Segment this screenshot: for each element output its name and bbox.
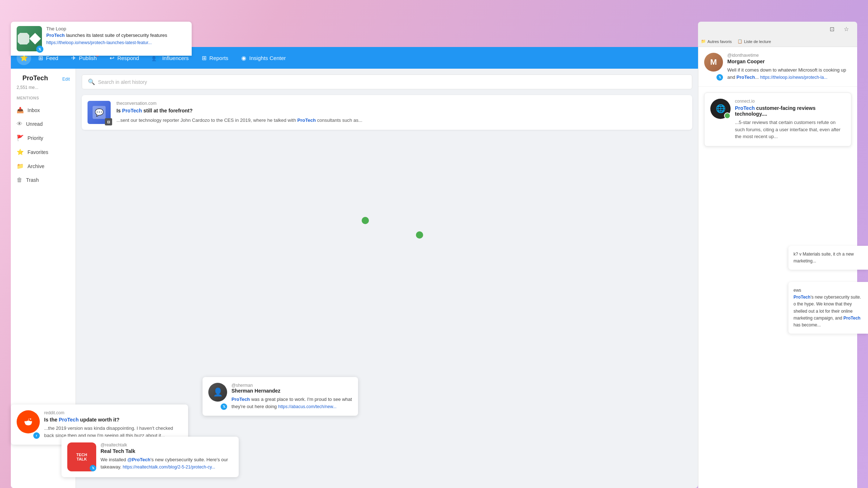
- trash-icon: 🗑: [17, 177, 22, 183]
- star-icon: ⭐: [17, 149, 24, 155]
- connect-excerpt: ...5-star reviews that certain customers…: [735, 119, 845, 140]
- news-title: ProTech launches its latest suite of cyb…: [46, 32, 186, 39]
- partial-card-2-text: ewsProTech's new cybersecurity suite.o t…: [793, 288, 861, 328]
- sherman-card: 👤 𝕏 @sherman Sherman Hernandez ProTech w…: [203, 377, 358, 416]
- tech-talk-content: @realtechtalk Real Tech Talk We installe…: [101, 442, 233, 471]
- search-placeholder: Search in alert history: [98, 79, 147, 85]
- flag-icon: 🚩: [17, 134, 24, 141]
- partial-card-1: k? v Materials suite, it ch a new market…: [788, 246, 868, 270]
- reddit-logo: [17, 410, 40, 433]
- nav-insights[interactable]: ◉ Insights Center: [235, 51, 292, 65]
- bookmark-label-2: Liste de lecture: [744, 39, 771, 44]
- article-content: theconversation.com Is ProTech still at …: [116, 101, 686, 124]
- sidebar-label-trash: Trash: [26, 177, 39, 183]
- top-news-card: 𝕏 The Loop ProTech launches its latest s…: [11, 22, 192, 56]
- sherman-name: Sherman Hernandez: [231, 388, 352, 394]
- news-source: The Loop: [46, 26, 186, 31]
- connect-title: ProTech customer-facing reviews technolo…: [735, 105, 845, 117]
- sidebar-item-unread[interactable]: 👁 Unread: [11, 117, 76, 131]
- morgan-avatar-wrapper: M 𝕏: [704, 53, 723, 81]
- article-source: theconversation.com: [116, 101, 686, 106]
- nav-insights-label: Insights Center: [249, 55, 286, 61]
- green-dot-2: [416, 231, 423, 239]
- news-title-text: launches its latest suite of cybersecuri…: [66, 33, 167, 38]
- reddit-content: reddit.com Is the ProTech update worth i…: [44, 410, 182, 439]
- connect-source: connect.io: [735, 99, 845, 104]
- connect-card-inner: 🌐 connect.io ProTech customer-facing rev…: [710, 99, 845, 140]
- sidebar-label-archive: Archive: [27, 163, 44, 169]
- search-icon: 🔍: [88, 78, 95, 85]
- reddit-source: reddit.com: [44, 410, 182, 415]
- brand-meta: 2,551 me...: [11, 85, 76, 90]
- search-bar[interactable]: 🔍 Search in alert history: [82, 74, 692, 89]
- connect-green-dot: [724, 112, 731, 119]
- folder-icon: 📁: [701, 39, 706, 44]
- article-excerpt: ...sent our technology reporter John Car…: [116, 117, 686, 124]
- article-card-conversation: 💬 ⊟ theconversation.com Is ProTech still…: [82, 95, 692, 130]
- archive-icon: 📁: [17, 163, 24, 170]
- sidebar-item-archive[interactable]: 📁 Archive: [11, 159, 76, 173]
- bookmark-icon[interactable]: ☆: [841, 24, 851, 34]
- sherman-handle: @sherman: [231, 383, 352, 388]
- inbox-icon: 📥: [17, 107, 24, 114]
- browser-chrome: ⊡ ☆: [698, 22, 857, 36]
- edit-link[interactable]: Edit: [62, 77, 70, 82]
- tech-talk-text: We installed @ProTech's new cybersecurit…: [101, 456, 233, 470]
- insights-icon: ◉: [241, 55, 246, 61]
- sherman-twitter-badge: 𝕏: [221, 403, 227, 410]
- nav-influencers-label: Influencers: [162, 55, 188, 61]
- tech-talk-card: TECHTALK 𝕏 @realtechtalk Real Tech Talk …: [61, 437, 239, 477]
- green-dot-1: [362, 217, 369, 224]
- news-url[interactable]: https://theloop.io/news/protech-launches…: [46, 40, 186, 45]
- nav-reports[interactable]: ⊞ Reports: [196, 51, 234, 65]
- nav-respond-label: Respond: [117, 55, 139, 61]
- eye-icon: 👁: [17, 121, 22, 127]
- top-news-logo: 𝕏: [17, 26, 42, 51]
- conversation-logo-icon: 💬: [93, 106, 106, 119]
- bookmark-label-1: Autres favoris: [707, 39, 732, 44]
- article-title: Is ProTech still at the forefront?: [116, 107, 686, 115]
- sidebar-item-trash[interactable]: 🗑 Trash: [11, 173, 76, 187]
- morgan-content: @idonthavetime Morgan Cooper Well if it …: [727, 53, 851, 81]
- brand-name: ProTech: [17, 74, 54, 82]
- morgan-avatar-letter: M: [710, 57, 717, 67]
- morgan-twitter-badge: 𝕏: [716, 74, 723, 81]
- news-title-highlight: ProTech: [46, 33, 65, 38]
- reports-icon: ⊞: [202, 55, 207, 61]
- sidebar-item-inbox[interactable]: 📥 Inbox: [11, 103, 76, 117]
- nav-feed-label: Feed: [46, 55, 58, 61]
- bookmark-autres-favoris[interactable]: 📁 Autres favoris: [701, 39, 732, 44]
- sidebar-section-title: MENTIONS: [11, 96, 76, 100]
- sidebar-label-unread: Unread: [26, 121, 43, 127]
- reader-view-icon[interactable]: ⊡: [827, 24, 837, 34]
- reddit-logo-wrapper: r: [17, 410, 40, 439]
- sidebar-item-priority[interactable]: 🚩 Priority: [11, 131, 76, 145]
- sidebar-label-inbox: Inbox: [27, 107, 40, 113]
- reddit-platform-badge: r: [33, 432, 40, 439]
- morgan-name: Morgan Cooper: [727, 59, 851, 64]
- sidebar-item-favorites[interactable]: ⭐ Favorites: [11, 145, 76, 159]
- morgan-avatar: M: [704, 53, 723, 72]
- tech-talk-logo-wrapper: TECHTALK 𝕏: [67, 442, 96, 471]
- connect-logo: 🌐: [710, 99, 731, 119]
- sidebar-label-favorites: Favorites: [27, 149, 48, 155]
- sherman-text: ProTech was a great place to work. I'm p…: [231, 396, 352, 410]
- sidebar-label-priority: Priority: [27, 135, 43, 141]
- connect-card: 🌐 connect.io ProTech customer-facing rev…: [704, 93, 851, 146]
- partial-card-1-text: k? v Materials suite, it ch a new market…: [793, 252, 854, 264]
- sherman-avatar-wrapper: 👤 𝕏: [208, 383, 227, 410]
- sherman-content: @sherman Sherman Hernandez ProTech was a…: [231, 383, 352, 410]
- conversation-logo: 💬 ⊟: [88, 101, 111, 124]
- nav-reports-label: Reports: [209, 55, 229, 61]
- social-card-morgan: M 𝕏 @idonthavetime Morgan Cooper Well if…: [698, 47, 857, 87]
- morgan-text: Well if it comes down to whatever Micros…: [727, 67, 851, 81]
- morgan-handle: @idonthavetime: [727, 53, 851, 58]
- copy-button[interactable]: ⊟: [105, 118, 112, 125]
- reddit-title: Is the ProTech update worth it?: [44, 417, 182, 423]
- connect-logo-wrapper: 🌐: [710, 99, 731, 119]
- connect-title-highlight: ProTech: [735, 105, 755, 111]
- tech-talk-name: Real Tech Talk: [101, 448, 233, 454]
- top-news-content: The Loop ProTech launches its latest sui…: [46, 26, 186, 45]
- bookmark-liste-lecture[interactable]: 📋 Liste de lecture: [737, 39, 771, 44]
- bookmarks-bar: 📁 Autres favoris 📋 Liste de lecture: [698, 36, 857, 47]
